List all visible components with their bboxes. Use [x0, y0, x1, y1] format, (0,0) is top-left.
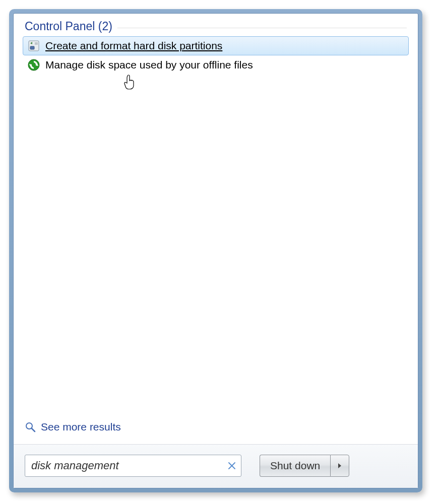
spacer [14, 75, 418, 417]
results-area: Control Panel (2) Create and format hard… [14, 14, 418, 444]
result-label: Create and format hard disk partitions [45, 40, 222, 52]
footer: Shut down [14, 444, 418, 488]
result-item-create-format-partitions[interactable]: Create and format hard disk partitions [23, 36, 409, 55]
result-label: Manage disk space used by your offline f… [45, 59, 253, 71]
see-more-results[interactable]: See more results [14, 417, 418, 440]
search-icon [25, 421, 36, 433]
shutdown-group: Shut down [260, 455, 349, 477]
shutdown-menu-button[interactable] [330, 455, 349, 477]
admin-tools-icon [27, 39, 40, 52]
category-title: Control Panel (2) [25, 20, 112, 33]
divider [117, 28, 407, 28]
svg-rect-1 [30, 46, 34, 49]
triangle-right-icon [337, 463, 342, 469]
start-menu-search-panel: Control Panel (2) Create and format hard… [9, 9, 422, 492]
category-header: Control Panel (2) [14, 20, 418, 36]
result-list: Create and format hard disk partitions M… [14, 36, 418, 75]
panel-inner: Control Panel (2) Create and format hard… [13, 13, 418, 488]
sync-icon [27, 58, 40, 71]
see-more-label: See more results [41, 421, 121, 433]
clear-search-icon[interactable] [227, 461, 236, 470]
search-wrap [25, 455, 241, 477]
search-input[interactable] [25, 455, 241, 477]
result-item-offline-files[interactable]: Manage disk space used by your offline f… [23, 55, 409, 75]
shutdown-button[interactable]: Shut down [260, 455, 330, 477]
svg-line-5 [32, 428, 35, 431]
svg-rect-2 [35, 42, 38, 45]
